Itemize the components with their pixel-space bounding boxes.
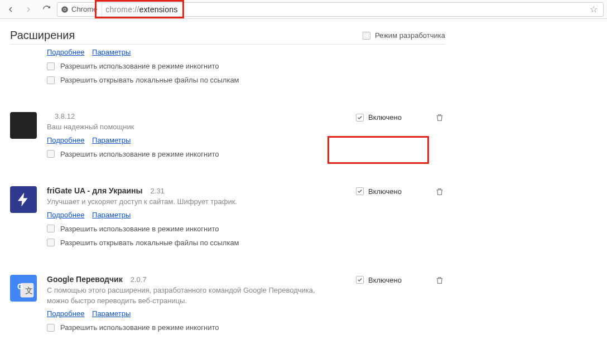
allow-incognito-label: Разрешить использование в режиме инкогни…	[60, 150, 219, 158]
checkbox-icon	[356, 187, 364, 195]
extension-item: friGate UA - для Украины 2.31 Улучшает и…	[10, 182, 445, 257]
extension-description: Ваш надежный помощник	[47, 122, 337, 133]
enabled-toggle[interactable]: Включено	[356, 113, 402, 122]
options-link[interactable]: Параметры	[92, 136, 131, 144]
options-link[interactable]: Параметры	[92, 211, 131, 219]
svg-text:文: 文	[25, 287, 33, 295]
checkbox-icon	[356, 276, 364, 284]
extension-name: friGate UA - для Украины	[47, 186, 143, 195]
checkbox-icon[interactable]	[47, 76, 55, 84]
developer-mode-toggle[interactable]: Режим разработчика	[363, 31, 445, 40]
allow-incognito-label: Разрешить использование в режиме инкогни…	[60, 62, 219, 70]
extension-item: G 文 Google Переводчик 2.0.7 С помощью эт…	[10, 270, 445, 342]
extension-version: 2.0.7	[131, 275, 147, 284]
lightning-icon	[15, 191, 32, 208]
checkbox-icon[interactable]	[47, 62, 55, 70]
svg-text:G: G	[17, 283, 23, 291]
extension-icon: G 文	[10, 275, 37, 302]
details-link[interactable]: Подробнее	[47, 211, 84, 219]
details-link[interactable]: Подробнее	[47, 309, 84, 318]
enabled-toggle[interactable]: Включено	[356, 187, 402, 196]
checkbox-icon[interactable]	[47, 150, 55, 158]
enabled-label: Включено	[368, 187, 402, 196]
checkbox-icon[interactable]	[47, 324, 55, 332]
extension-item: Подробнее Параметры Разрешить использова…	[10, 45, 445, 94]
trash-icon[interactable]	[435, 113, 445, 123]
extension-name: Google Переводчик	[47, 275, 123, 284]
checkbox-icon[interactable]	[47, 225, 55, 232]
omnibox[interactable]: Chrome chrome://extensions ☆	[57, 2, 604, 17]
extensions-list: Подробнее Параметры Разрешить использова…	[10, 44, 445, 342]
extension-description: С помощью этого расширения, разработанно…	[47, 285, 337, 307]
bookmark-star-icon[interactable]: ☆	[587, 4, 600, 14]
enabled-label: Включено	[368, 113, 402, 122]
trash-icon[interactable]	[435, 276, 445, 286]
browser-toolbar: Chrome chrome://extensions ☆	[0, 0, 607, 19]
details-link[interactable]: Подробнее	[47, 48, 84, 56]
chrome-icon	[61, 6, 69, 13]
url-text: chrome://extensions	[105, 5, 177, 14]
extension-icon	[10, 186, 37, 213]
translate-icon: G 文	[11, 276, 36, 300]
allow-file-urls-label: Разрешить открывать локальные файлы по с…	[60, 239, 239, 247]
checkbox-icon	[356, 114, 364, 122]
allow-incognito-label: Разрешить использование в режиме инкогни…	[60, 323, 219, 332]
options-link[interactable]: Параметры	[92, 48, 131, 56]
extension-icon	[10, 112, 37, 139]
enabled-label: Включено	[368, 276, 402, 284]
options-link[interactable]: Параметры	[92, 309, 131, 318]
extension-item: 3.8.12 Ваш надежный помощник Подробнее П…	[10, 108, 445, 168]
details-link[interactable]: Подробнее	[47, 136, 84, 144]
chip-label: Chrome	[71, 5, 97, 13]
reload-button[interactable]	[39, 2, 54, 17]
extension-version: 3.8.12	[55, 112, 75, 120]
extension-version: 2.31	[151, 187, 165, 195]
enabled-toggle[interactable]: Включено	[356, 276, 402, 284]
svg-point-2	[64, 8, 66, 11]
allow-file-urls-label: Разрешить открывать локальные файлы по с…	[60, 76, 239, 84]
extension-description: Улучшает и ускоряет доступ к сайтам. Шиф…	[47, 197, 337, 207]
page-title: Расширения	[10, 29, 75, 42]
forward-button[interactable]	[21, 2, 36, 17]
back-button[interactable]	[3, 2, 18, 17]
checkbox-icon[interactable]	[47, 239, 55, 246]
checkbox-icon	[363, 32, 370, 40]
developer-mode-label: Режим разработчика	[375, 31, 445, 40]
secure-chip: Chrome	[61, 3, 102, 16]
trash-icon[interactable]	[435, 187, 445, 197]
allow-incognito-label: Разрешить использование в режиме инкогни…	[60, 225, 219, 233]
extensions-page: Расширения Режим разработчика Подробнее …	[0, 19, 607, 342]
